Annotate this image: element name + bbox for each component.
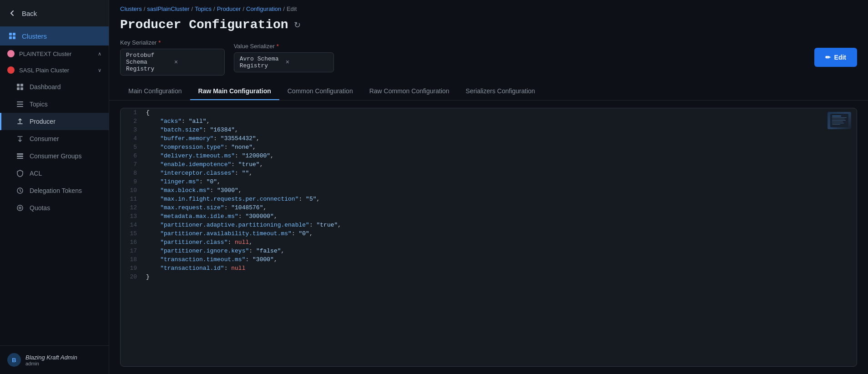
line-number: 15	[121, 229, 142, 238]
line-content: "enable.idempotence": "true",	[142, 160, 857, 169]
code-line: 19 "transactional.id": null	[121, 264, 857, 273]
plaintext-cluster-dot	[7, 50, 15, 57]
delegation-tokens-label: Delegation Tokens	[30, 187, 82, 194]
line-number: 6	[121, 152, 142, 160]
tab-main-config[interactable]: Main Configuration	[120, 83, 190, 100]
svg-rect-19	[832, 119, 845, 119]
sidebar-item-quotas[interactable]: Quotas	[0, 199, 109, 217]
line-content: "metadata.max.idle.ms": "300000",	[142, 212, 857, 221]
breadcrumb-sep1: /	[144, 5, 146, 12]
line-content: {	[142, 108, 857, 117]
key-serializer-input[interactable]: Protobuf Schema Registry ×	[120, 49, 225, 76]
line-content: "buffer.memory": "33554432",	[142, 134, 857, 143]
line-number: 8	[121, 169, 142, 177]
back-arrow-icon	[7, 8, 17, 18]
breadcrumb-producer[interactable]: Producer	[217, 5, 241, 12]
acl-label: ACL	[30, 170, 42, 177]
sidebar-item-dashboard[interactable]: Dashboard	[0, 78, 109, 96]
tab-serializers-config[interactable]: Serializers Configuration	[458, 83, 544, 100]
svg-rect-12	[17, 156, 23, 157]
sidebar-item-delegation-tokens[interactable]: Delegation Tokens	[0, 182, 109, 199]
refresh-icon[interactable]: ↻	[294, 20, 301, 30]
code-line: 7 "enable.idempotence": "true",	[121, 160, 857, 169]
line-content: }	[142, 273, 857, 281]
dashboard-icon	[16, 83, 24, 91]
sidebar-item-topics[interactable]: Topics	[0, 96, 109, 113]
clusters-button[interactable]: Clusters	[0, 26, 109, 45]
code-line: 10 "max.block.ms": "3000",	[121, 186, 857, 195]
topics-icon	[16, 100, 24, 108]
line-number: 11	[121, 195, 142, 203]
avatar: B	[7, 353, 21, 367]
svg-rect-1	[13, 33, 15, 35]
sidebar-item-producer[interactable]: Producer	[0, 113, 109, 130]
breadcrumb-configuration[interactable]: Configuration	[246, 5, 281, 12]
key-serializer-group: Key Serializer * Protobuf Schema Registr…	[120, 39, 225, 76]
sasl-cluster-name: SASL Plain Cluster	[19, 67, 93, 74]
line-content: "partitioner.availability.timeout.ms": "…	[142, 229, 857, 238]
breadcrumb-sep5: /	[283, 5, 285, 12]
breadcrumb-clusters[interactable]: Clusters	[120, 5, 142, 12]
code-line: 6 "delivery.timeout.ms": "120000",	[121, 152, 857, 160]
code-line: 2 "acks": "all",	[121, 117, 857, 126]
svg-rect-6	[17, 87, 20, 90]
back-button[interactable]: Back	[0, 0, 109, 26]
svg-rect-23	[832, 124, 840, 125]
svg-rect-21	[832, 121, 843, 122]
sasl-cluster-header[interactable]: SASL Plain Cluster ∨	[0, 62, 109, 78]
code-thumbnail	[828, 112, 851, 129]
consumer-icon	[16, 135, 24, 143]
key-serializer-clear[interactable]: ×	[174, 59, 219, 66]
value-serializer-label: Value Serializer *	[234, 43, 334, 50]
footer-role: admin	[25, 361, 77, 366]
delegation-tokens-icon	[16, 187, 24, 195]
value-required-star: *	[277, 43, 279, 50]
tab-common-config[interactable]: Common Configuration	[279, 83, 361, 100]
sidebar-item-consumer-groups[interactable]: Consumer Groups	[0, 147, 109, 165]
code-table: 1{2 "acks": "all",3 "batch.size": "16384…	[121, 108, 857, 281]
code-line: 13 "metadata.max.idle.ms": "300000",	[121, 212, 857, 221]
svg-rect-2	[9, 36, 12, 39]
code-line: 16 "partitioner.class": null,	[121, 238, 857, 247]
line-number: 5	[121, 143, 142, 152]
footer-username: Blazing Kraft Admin	[25, 354, 77, 361]
breadcrumb-sasl[interactable]: saslPlainCluster	[147, 5, 189, 12]
quotas-icon	[16, 204, 24, 212]
tab-raw-main-config[interactable]: Raw Main Configuration	[190, 83, 279, 100]
line-content: "compression.type": "none",	[142, 143, 857, 152]
svg-rect-9	[17, 104, 23, 105]
line-number: 19	[121, 264, 142, 273]
sidebar-item-acl[interactable]: ACL	[0, 165, 109, 182]
line-content: "max.request.size": "1048576",	[142, 203, 857, 212]
edit-button[interactable]: ✏ Edit	[814, 48, 857, 67]
svg-rect-3	[13, 36, 15, 39]
line-number: 4	[121, 134, 142, 143]
sidebar-nav: Dashboard Topics Producer	[0, 78, 109, 217]
code-line: 9 "linger.ms": "0",	[121, 177, 857, 186]
svg-rect-11	[17, 153, 23, 155]
avatar-initials: B	[12, 357, 16, 364]
breadcrumb-topics[interactable]: Topics	[195, 5, 212, 12]
sasl-cluster-dot	[7, 66, 15, 74]
clusters-icon	[7, 31, 17, 41]
back-label: Back	[22, 10, 37, 17]
sasl-cluster-chevron: ∨	[98, 67, 101, 73]
code-line: 11 "max.in.flight.requests.per.connectio…	[121, 195, 857, 203]
line-content: "transaction.timeout.ms": "3000",	[142, 255, 857, 264]
svg-rect-13	[17, 158, 23, 159]
value-serializer-input[interactable]: Avro Schema Registry ×	[234, 52, 334, 72]
line-number: 1	[121, 108, 142, 117]
code-editor[interactable]: 1{2 "acks": "all",3 "batch.size": "16384…	[120, 108, 857, 367]
value-serializer-clear[interactable]: ×	[286, 59, 328, 66]
code-line: 14 "partitioner.adaptive.partitioning.en…	[121, 221, 857, 229]
code-line: 1{	[121, 108, 857, 117]
plaintext-cluster-name: PLAINTEXT Cluster	[19, 51, 93, 57]
plaintext-cluster-header[interactable]: PLAINTEXT Cluster ∧	[0, 45, 109, 62]
tab-raw-common-config[interactable]: Raw Common Configuration	[361, 83, 458, 100]
sidebar-item-consumer[interactable]: Consumer	[0, 130, 109, 147]
line-content: "interceptor.classes": "",	[142, 169, 857, 177]
code-line: 3 "batch.size": "16384",	[121, 126, 857, 134]
edit-pencil-icon: ✏	[825, 54, 831, 61]
footer-info: Blazing Kraft Admin admin	[25, 354, 77, 366]
code-line: 12 "max.request.size": "1048576",	[121, 203, 857, 212]
